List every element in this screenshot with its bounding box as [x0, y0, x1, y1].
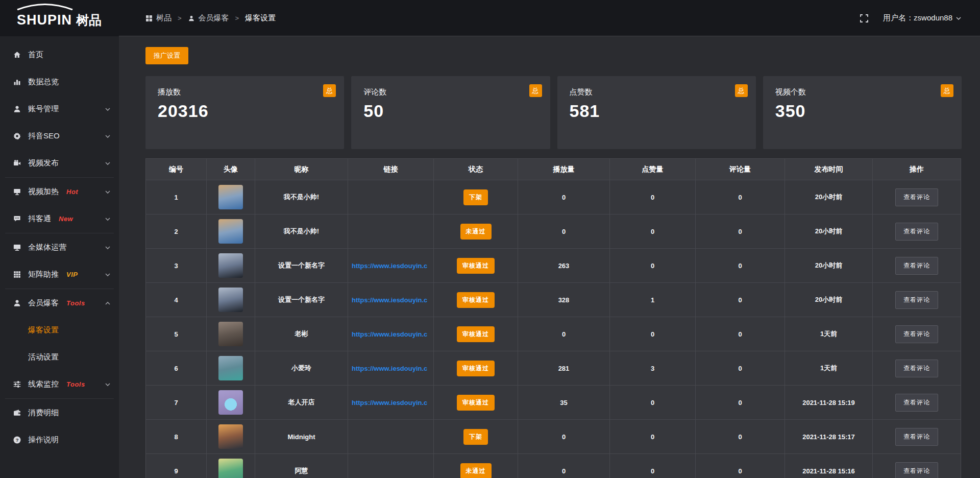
sidebar-subitem-13[interactable]: 爆客设置: [0, 317, 119, 344]
sidebar-item-17[interactable]: 消费明细: [0, 399, 119, 426]
cell-status: 审核通过: [434, 249, 518, 283]
avatar: [218, 185, 243, 209]
cell-number: 8: [146, 420, 207, 454]
cell-link: [348, 420, 434, 454]
cell-publish-time: 20小时前: [785, 180, 873, 214]
cell-publish-time: 1天前: [785, 317, 873, 351]
cell-actions: 查看评论: [873, 351, 961, 386]
status-button[interactable]: 审核通过: [457, 258, 495, 274]
video-link[interactable]: https://www.iesdouyin.c: [352, 296, 427, 304]
sidebar-item-badge: Tools: [66, 380, 85, 388]
stat-card-value: 50: [363, 101, 537, 121]
video-link[interactable]: https://www.iesdouyin.c: [352, 330, 427, 338]
sidebar-item-7[interactable]: 抖客通New: [0, 205, 119, 232]
table-row: 1我不是小帅!下架00020小时前查看评论: [146, 180, 961, 214]
cell-likes: 0: [610, 180, 696, 214]
breadcrumb-item-2[interactable]: 爆客设置: [245, 13, 276, 23]
cell-likes: 0: [610, 249, 696, 283]
cell-comments: 0: [696, 214, 785, 249]
cell-link: [348, 214, 434, 249]
sidebar-item-3[interactable]: 抖音SEO: [0, 123, 119, 150]
cell-status: 审核通过: [434, 386, 518, 420]
sidebar-item-18[interactable]: ?操作说明: [0, 426, 119, 453]
cell-comments: 0: [696, 351, 785, 386]
svg-text:?: ?: [16, 438, 19, 443]
column-header-8: 发布时间: [785, 159, 873, 180]
sidebar-item-1[interactable]: 数据总览: [0, 68, 119, 95]
status-button[interactable]: 未通过: [460, 224, 492, 240]
sidebar-item-2[interactable]: 账号管理: [0, 95, 119, 123]
fullscreen-icon[interactable]: [860, 14, 869, 23]
chevron-down-icon: [105, 106, 111, 112]
status-button[interactable]: 审核通过: [457, 292, 495, 308]
avatar: [218, 356, 243, 380]
user-icon: [188, 15, 195, 22]
avatar: [218, 219, 243, 244]
stat-card-total-badge: 总: [941, 84, 953, 97]
cell-comments: 0: [696, 249, 785, 283]
user-area: 用户名：zswodun88: [860, 13, 962, 23]
videos-table-wrap: 编号头像昵称链接状态播放量点赞量评论量发布时间操作 1我不是小帅!下架00020…: [145, 158, 962, 478]
view-comments-button[interactable]: 查看评论: [895, 428, 938, 446]
sidebar-item-12[interactable]: 会员爆客Tools: [0, 290, 119, 317]
cell-avatar: [207, 317, 255, 351]
sidebar-item-label: 视频加热: [28, 187, 59, 197]
cell-actions: 查看评论: [873, 180, 961, 214]
sidebar-item-label: 全媒体运营: [28, 243, 66, 252]
cell-actions: 查看评论: [873, 317, 961, 351]
stat-card-label: 评论数: [363, 87, 537, 97]
sidebar-item-10[interactable]: 矩阵助推VIP: [0, 261, 119, 288]
cell-actions: 查看评论: [873, 420, 961, 454]
table-header-row: 编号头像昵称链接状态播放量点赞量评论量发布时间操作: [146, 159, 961, 180]
sidebar-item-0[interactable]: 首页: [0, 41, 119, 68]
stat-card-value: 20316: [158, 101, 332, 121]
status-button[interactable]: 审核通过: [457, 395, 495, 411]
view-comments-button[interactable]: 查看评论: [895, 291, 938, 309]
cell-link: https://www.iesdouyin.c: [348, 351, 434, 386]
cell-plays: 328: [518, 283, 610, 317]
table-row: 5老彬https://www.iesdouyin.c审核通过0001天前查看评论: [146, 317, 961, 351]
view-comments-button[interactable]: 查看评论: [895, 360, 938, 377]
view-comments-button[interactable]: 查看评论: [895, 325, 938, 343]
status-button[interactable]: 未通过: [460, 463, 492, 478]
view-comments-button[interactable]: 查看评论: [895, 223, 938, 241]
video-link[interactable]: https://www.iesdouyin.c: [352, 399, 427, 407]
cell-publish-time: 2021-11-28 15:16: [785, 454, 873, 478]
sidebar-item-label: 操作说明: [28, 435, 59, 445]
view-comments-button[interactable]: 查看评论: [895, 394, 938, 412]
sidebar-item-9[interactable]: 全媒体运营: [0, 234, 119, 261]
sidebar-item-15[interactable]: 线索监控Tools: [0, 371, 119, 398]
status-button[interactable]: 审核通过: [457, 326, 495, 342]
view-comments-button[interactable]: 查看评论: [895, 257, 938, 275]
cell-plays: 281: [518, 351, 610, 386]
cell-number: 1: [146, 180, 207, 214]
videos-table: 编号头像昵称链接状态播放量点赞量评论量发布时间操作 1我不是小帅!下架00020…: [145, 158, 961, 478]
sidebar: 首页数据总览账号管理抖音SEO视频发布视频加热Hot抖客通New全媒体运营矩阵助…: [0, 36, 119, 478]
cell-number: 9: [146, 454, 207, 478]
status-button[interactable]: 下架: [463, 189, 488, 205]
sidebar-item-4[interactable]: 视频发布: [0, 150, 119, 177]
cell-link: https://www.iesdouyin.c: [348, 317, 434, 351]
status-button[interactable]: 下架: [463, 429, 488, 445]
promo-settings-button[interactable]: 推广设置: [145, 47, 188, 64]
username-menu[interactable]: 用户名：zswodun88: [883, 13, 962, 23]
chevron-up-icon: [105, 300, 111, 306]
column-header-6: 点赞量: [610, 159, 696, 180]
sidebar-item-6[interactable]: 视频加热Hot: [0, 178, 119, 205]
sidebar-item-badge: Hot: [66, 188, 78, 196]
cell-status: 未通过: [434, 214, 518, 249]
video-link[interactable]: https://www.iesdouyin.c: [352, 262, 427, 270]
view-comments-button[interactable]: 查看评论: [895, 188, 938, 206]
cell-nickname: 阿慧: [255, 454, 348, 478]
chevron-down-icon: [105, 381, 111, 388]
breadcrumb-item-1[interactable]: 会员爆客: [188, 13, 229, 23]
top-bar: 树品>会员爆客>爆客设置 用户名：zswodun88: [0, 0, 980, 36]
breadcrumb-item-0[interactable]: 树品: [145, 13, 172, 23]
cell-plays: 263: [518, 249, 610, 283]
cell-number: 6: [146, 351, 207, 386]
status-button[interactable]: 审核通过: [457, 361, 495, 376]
video-link[interactable]: https://www.iesdouyin.c: [352, 365, 427, 372]
sidebar-subitem-14[interactable]: 活动设置: [0, 344, 119, 371]
view-comments-button[interactable]: 查看评论: [895, 462, 938, 478]
cell-nickname: 设置一个新名字: [255, 249, 348, 283]
